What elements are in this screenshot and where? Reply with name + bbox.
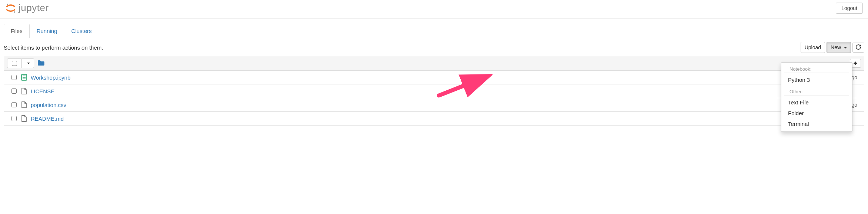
file-row: Workshop.ipynb go — [4, 71, 864, 84]
row-checkbox-wrap[interactable] — [9, 75, 20, 80]
row-checkbox-wrap[interactable] — [9, 102, 20, 107]
jupyter-logo-text: jupyter — [19, 2, 49, 14]
file-row: README.md — [4, 112, 864, 126]
logout-button[interactable]: Logout — [836, 3, 863, 14]
breadcrumb-bar — [4, 56, 864, 71]
folder-icon — [38, 60, 44, 66]
dropdown-item-python3[interactable]: Python 3 — [781, 74, 852, 85]
file-name-link[interactable]: README.md — [31, 116, 64, 122]
file-date: go — [851, 74, 859, 80]
file-icon — [21, 88, 27, 94]
file-type-icon-wrap — [20, 115, 29, 122]
file-icon — [21, 115, 27, 122]
file-name-link[interactable]: Workshop.ipynb — [31, 74, 70, 81]
row-checkbox[interactable] — [11, 102, 17, 107]
dropdown-item-terminal[interactable]: Terminal — [781, 118, 852, 126]
caret-down-icon — [844, 47, 847, 49]
new-button-label: New — [831, 44, 841, 50]
file-name-link[interactable]: population.csv — [31, 102, 66, 108]
svg-point-1 — [14, 11, 15, 13]
file-list: Workshop.ipynb go LICENSE population.csv… — [4, 71, 864, 126]
dropdown-item-folder[interactable]: Folder — [781, 108, 852, 118]
file-date: go — [851, 102, 859, 108]
jupyter-logo-icon — [5, 3, 16, 14]
row-checkbox-wrap[interactable] — [9, 116, 20, 121]
file-row: population.csv go — [4, 98, 864, 112]
jupyter-logo[interactable]: jupyter — [5, 2, 49, 14]
tab-running[interactable]: Running — [30, 24, 64, 38]
app-header: jupyter Logout — [0, 0, 868, 19]
notebook-icon — [21, 74, 27, 81]
svg-point-0 — [7, 3, 8, 4]
select-menu-button[interactable] — [22, 58, 34, 68]
file-type-icon-wrap — [20, 88, 29, 94]
root-folder-icon[interactable] — [38, 60, 44, 67]
caret-down-icon — [27, 63, 30, 64]
dropdown-item-textfile[interactable]: Text File — [781, 97, 852, 108]
file-icon — [21, 101, 27, 108]
action-buttons: Upload New — [801, 42, 864, 53]
select-all-group — [7, 58, 34, 68]
dropdown-header-notebook: Notebook: — [784, 65, 849, 73]
upload-button[interactable]: Upload — [801, 42, 825, 53]
select-all-checkbox-wrap[interactable] — [7, 58, 22, 68]
file-name-link[interactable]: LICENSE — [31, 88, 54, 94]
new-dropdown-menu: Notebook: Python 3 Other: Text File Fold… — [781, 62, 852, 126]
row-checkbox[interactable] — [11, 88, 17, 94]
arrow-up-icon — [853, 61, 858, 66]
refresh-button[interactable] — [852, 43, 864, 53]
new-dropdown-button[interactable]: New — [827, 42, 851, 53]
tab-files[interactable]: Files — [4, 24, 30, 38]
select-all-checkbox[interactable] — [12, 61, 17, 66]
file-type-icon-wrap — [20, 74, 29, 81]
file-type-icon-wrap — [20, 101, 29, 108]
tab-clusters[interactable]: Clusters — [64, 24, 99, 38]
row-checkbox[interactable] — [11, 116, 17, 121]
tabs-row: Files Running Clusters — [0, 24, 868, 38]
tab-bar: Files Running Clusters — [4, 24, 864, 38]
row-checkbox[interactable] — [11, 75, 17, 80]
refresh-icon — [856, 44, 861, 50]
dropdown-header-other: Other: — [784, 87, 849, 96]
action-row: Select items to perform actions on them.… — [0, 38, 868, 56]
row-checkbox-wrap[interactable] — [9, 88, 20, 94]
file-row: LICENSE — [4, 84, 864, 98]
selection-hint: Select items to perform actions on them. — [4, 44, 103, 51]
